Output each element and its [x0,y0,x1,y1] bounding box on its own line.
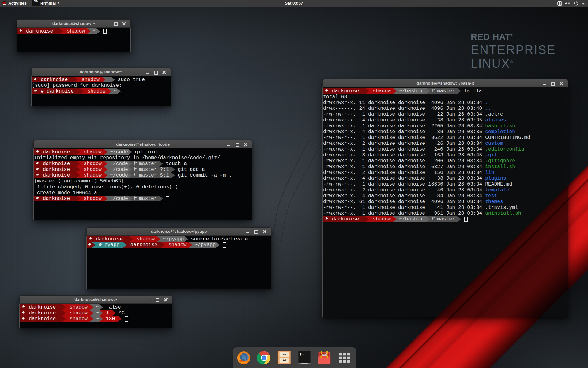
svg-text:$>: $> [300,352,304,356]
